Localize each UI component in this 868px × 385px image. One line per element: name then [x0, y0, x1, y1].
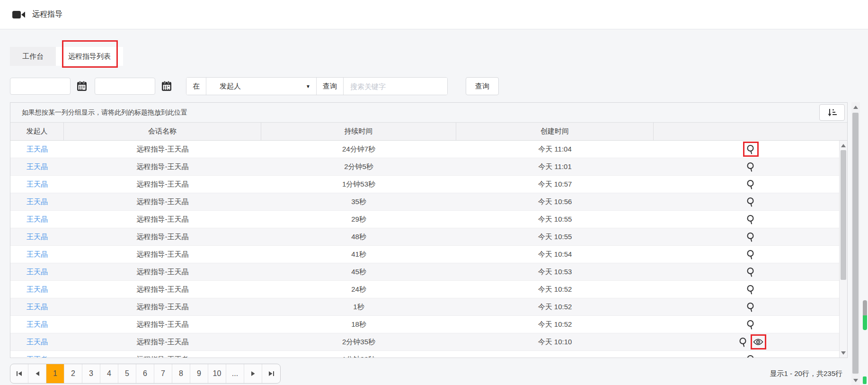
initiator-link[interactable]: 王天晶 [10, 158, 64, 175]
view-detail-search-icon[interactable] [744, 318, 757, 331]
pager-page-6[interactable]: 6 [136, 364, 154, 383]
duration: 35秒 [261, 193, 456, 210]
initiator-link[interactable]: 王正考 [10, 351, 64, 358]
pager-page-2[interactable]: 2 [64, 364, 82, 383]
initiator-link[interactable]: 王天晶 [10, 298, 64, 315]
column-header-3[interactable]: 创建时间 [456, 123, 654, 140]
view-detail-search-icon[interactable] [744, 283, 757, 295]
pager-buttons: 12345678910... [10, 364, 281, 384]
column-header-0[interactable]: 发起人 [10, 123, 64, 140]
session-name: 远程指导-王天晶 [64, 193, 261, 210]
initiator-link[interactable]: 王天晶 [10, 246, 64, 263]
created-time: 今天 10:56 [456, 193, 654, 210]
initiator-link[interactable]: 王天晶 [10, 263, 64, 280]
video-camera-icon [12, 9, 26, 21]
scroll-down-icon[interactable] [840, 349, 847, 357]
view-detail-search-icon[interactable] [744, 196, 757, 208]
table-row: 王天晶远程指导-王天晶29秒今天 10:55 [10, 211, 847, 228]
pager-page-3[interactable]: 3 [82, 364, 100, 383]
session-name: 远程指导-王天晶 [64, 298, 261, 315]
view-detail-search-icon[interactable] [744, 353, 757, 358]
page-scroll-up-icon[interactable] [852, 103, 859, 111]
duration: 24分钟7秒 [261, 141, 456, 158]
column-header-1[interactable]: 会话名称 [64, 123, 261, 140]
table-row: 王天晶远程指导-王天晶1秒今天 10:52 [10, 298, 847, 316]
session-name: 远程指导-王天晶 [64, 246, 261, 263]
row-actions [654, 298, 847, 315]
grid-scrollbar[interactable] [839, 141, 847, 358]
pager-more-button[interactable]: ... [226, 364, 244, 383]
session-name: 远程指导-王天晶 [64, 141, 261, 158]
table-row: 王天晶远程指导-王天晶41秒今天 10:54 [10, 246, 847, 263]
pager-page-9[interactable]: 9 [190, 364, 208, 383]
search-keyword-input[interactable] [344, 78, 447, 95]
tab-remote-guidance-list[interactable]: 远程指导列表 [56, 47, 123, 66]
pager: 12345678910... 显示1 - 20行，共235行 [10, 363, 849, 385]
tab-workbench[interactable]: 工作台 [10, 47, 56, 66]
initiator-link[interactable]: 王天晶 [10, 141, 64, 158]
pager-next-button[interactable] [244, 364, 262, 383]
row-actions [654, 158, 847, 175]
pager-first-button[interactable] [10, 364, 28, 383]
pager-page-5[interactable]: 5 [118, 364, 136, 383]
search-field-select[interactable]: 发起人 ▼ [206, 78, 317, 95]
page-scroll-down-icon[interactable] [852, 376, 859, 384]
grid-scrollbar-thumb[interactable] [841, 150, 846, 280]
grid-body: 王天晶远程指导-王天晶24分钟7秒今天 11:04王天晶远程指导-王天晶2分钟5… [10, 141, 847, 358]
pager-last-button[interactable] [262, 364, 280, 383]
query-button[interactable]: 查询 [466, 77, 499, 95]
pager-page-7[interactable]: 7 [154, 364, 172, 383]
initiator-link[interactable]: 王天晶 [10, 333, 64, 350]
column-header-4[interactable] [654, 123, 847, 140]
column-header-2[interactable]: 持续时间 [261, 123, 456, 140]
view-detail-search-icon[interactable] [744, 161, 757, 173]
calendar-start-button[interactable] [74, 78, 89, 94]
initiator-link[interactable]: 王天晶 [10, 316, 64, 333]
table-row: 王天晶远程指导-王天晶2分钟35秒今天 10:10 [10, 333, 847, 351]
duration: 41秒 [261, 246, 456, 263]
date-end-input[interactable] [95, 78, 155, 95]
duration: 45秒 [261, 263, 456, 280]
table-row: 王天晶远程指导-王天晶24分钟7秒今天 11:04 [10, 141, 847, 158]
table-row: 王天晶远程指导-王天晶18秒今天 10:52 [10, 316, 847, 333]
watch-eye-icon[interactable] [752, 336, 764, 348]
created-time: 今天 10:10 [456, 333, 654, 350]
session-name: 远程指导-王天晶 [64, 316, 261, 333]
session-name: 远程指导-王天晶 [64, 176, 261, 193]
page-scrollbar[interactable] [851, 102, 860, 385]
row-actions [654, 193, 847, 210]
view-detail-search-icon[interactable] [744, 231, 757, 243]
pager-page-8[interactable]: 8 [172, 364, 190, 383]
initiator-link[interactable]: 王天晶 [10, 193, 64, 210]
initiator-link[interactable]: 王天晶 [10, 211, 64, 228]
view-detail-search-icon[interactable] [744, 301, 757, 313]
calendar-end-button[interactable] [159, 78, 174, 94]
view-detail-search-icon[interactable] [737, 336, 749, 348]
scroll-up-icon[interactable] [840, 142, 847, 149]
view-detail-search-icon[interactable] [744, 143, 757, 155]
duration: 2分钟35秒 [261, 333, 456, 350]
pager-page-1[interactable]: 1 [46, 364, 64, 383]
table-row: 王正考远程指导-王正考1分钟33秒2019-11-12 16:01 [10, 351, 847, 358]
filter-bar: 在 发起人 ▼ 查询 查询 [10, 77, 499, 95]
view-detail-search-icon[interactable] [744, 213, 757, 225]
pager-page-4[interactable]: 4 [100, 364, 118, 383]
created-time: 今天 10:52 [456, 281, 654, 298]
duration: 29秒 [261, 211, 456, 228]
page-scrollbar-thumb[interactable] [852, 113, 859, 374]
pager-page-10[interactable]: 10 [208, 364, 226, 383]
sort-button[interactable] [819, 104, 845, 121]
pager-prev-button[interactable] [28, 364, 46, 383]
initiator-link[interactable]: 王天晶 [10, 228, 64, 245]
duration: 1分钟53秒 [261, 176, 456, 193]
row-actions [654, 246, 847, 263]
initiator-link[interactable]: 王天晶 [10, 281, 64, 298]
initiator-link[interactable]: 王天晶 [10, 176, 64, 193]
date-start-input[interactable] [10, 78, 71, 95]
view-detail-search-icon[interactable] [744, 266, 757, 278]
view-detail-search-icon[interactable] [744, 178, 757, 190]
created-time: 今天 10:52 [456, 316, 654, 333]
session-name: 远程指导-王正考 [64, 351, 261, 358]
group-drop-hint: 如果想按某一列分组显示，请将此列的标题拖放到此位置 [10, 103, 847, 123]
view-detail-search-icon[interactable] [744, 248, 757, 260]
